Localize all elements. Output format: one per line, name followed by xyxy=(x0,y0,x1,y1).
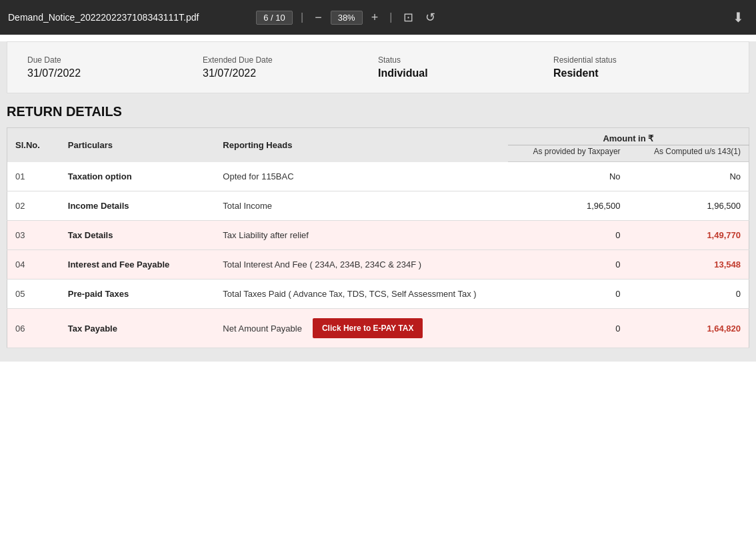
residential-status-field: Residential status Resident xyxy=(553,55,729,79)
download-button[interactable]: ⬇ xyxy=(729,8,748,27)
cell-reporting-heads: Tax Liability after relief xyxy=(215,221,507,250)
toolbar-controls: 6 / 10 | − 38% + | ⊡ ↺ xyxy=(256,10,439,25)
cell-particulars: Tax Details xyxy=(60,221,215,250)
content-area: Due Date 31/07/2022 Extended Due Date 31… xyxy=(0,41,756,362)
rotate-button[interactable]: ↺ xyxy=(422,10,439,25)
cell-reporting-heads: Total Taxes Paid ( Advance Tax, TDS, TCS… xyxy=(215,280,507,309)
cell-slno: 05 xyxy=(7,280,60,309)
page-display: 6 / 10 xyxy=(256,11,293,25)
table-row: 06Tax PayableNet Amount PayableClick Her… xyxy=(7,309,749,348)
th-slno: Sl.No. xyxy=(7,128,60,162)
cell-slno: 06 xyxy=(7,309,60,348)
table-row: 05Pre-paid TaxesTotal Taxes Paid ( Advan… xyxy=(7,280,749,309)
zoom-out-button[interactable]: − xyxy=(311,10,325,25)
due-date-label: Due Date xyxy=(27,55,203,65)
cell-particulars: Taxation option xyxy=(60,162,215,191)
cell-computed: 1,96,500 xyxy=(629,191,749,221)
table-row: 01Taxation optionOpted for 115BACNoNo xyxy=(7,162,749,191)
cell-reporting-heads: Total Interest And Fee ( 234A, 234B, 234… xyxy=(215,250,507,280)
cell-particulars: Interest and Fee Payable xyxy=(60,250,215,280)
residential-status-value: Resident xyxy=(553,67,729,79)
cell-slno: 01 xyxy=(7,162,60,191)
cell-reporting-heads: Net Amount PayableClick Here to E-PAY TA… xyxy=(215,309,507,348)
status-field: Status Individual xyxy=(378,55,553,79)
reporting-heads-text: Net Amount Payable xyxy=(223,324,302,334)
fit-page-button[interactable]: ⊡ xyxy=(400,10,417,25)
cell-particulars: Tax Payable xyxy=(60,309,215,348)
extended-due-date-label: Extended Due Date xyxy=(203,55,378,65)
table-body: 01Taxation optionOpted for 115BACNoNo02I… xyxy=(7,162,749,348)
cell-taxpayer: 0 xyxy=(508,250,629,280)
cell-taxpayer: 0 xyxy=(508,280,629,309)
th-computed: As Computed u/s 143(1) xyxy=(629,145,749,162)
table-row: 04Interest and Fee PayableTotal Interest… xyxy=(7,250,749,280)
zoom-level: 38% xyxy=(331,11,363,25)
cell-taxpayer: 0 xyxy=(508,309,629,348)
cell-taxpayer: 1,96,500 xyxy=(508,191,629,221)
return-details-title: RETURN DETAILS xyxy=(7,104,749,119)
th-amount-group: Amount in ₹ xyxy=(508,128,749,145)
status-label: Status xyxy=(378,55,553,65)
toolbar-right: ⬇ xyxy=(729,8,748,27)
toolbar: Demand_Notice_2022202237108343111T.pdf 6… xyxy=(0,0,756,35)
epay-tax-button[interactable]: Click Here to E-PAY TAX xyxy=(313,318,423,338)
table-row: 03Tax DetailsTax Liability after relief0… xyxy=(7,221,749,250)
cell-reporting-heads: Total Income xyxy=(215,191,507,221)
th-particulars: Particulars xyxy=(60,128,215,162)
status-value: Individual xyxy=(378,67,553,79)
extended-due-date-field: Extended Due Date 31/07/2022 xyxy=(203,55,378,79)
cell-computed: 0 xyxy=(629,280,749,309)
separator-2: | xyxy=(389,11,392,23)
cell-slno: 04 xyxy=(7,250,60,280)
cell-computed: 1,49,770 xyxy=(629,221,749,250)
cell-computed: 1,64,820 xyxy=(629,309,749,348)
cell-particulars: Pre-paid Taxes xyxy=(60,280,215,309)
due-date-field: Due Date 31/07/2022 xyxy=(27,55,203,79)
cell-reporting-heads: Opted for 115BAC xyxy=(215,162,507,191)
return-details-section: RETURN DETAILS Sl.No. Particulars Report… xyxy=(7,104,749,348)
table-header-row-top: Sl.No. Particulars Reporting Heads Amoun… xyxy=(7,128,749,145)
zoom-in-button[interactable]: + xyxy=(368,10,382,25)
cell-particulars: Income Details xyxy=(60,191,215,221)
cell-computed: 13,548 xyxy=(629,250,749,280)
residential-status-label: Residential status xyxy=(553,55,729,65)
extended-due-date-value: 31/07/2022 xyxy=(203,67,378,79)
due-date-value: 31/07/2022 xyxy=(27,67,203,79)
th-taxpayer: As provided by Taxpayer xyxy=(508,145,629,162)
separator-1: | xyxy=(301,11,303,23)
table-row: 02Income DetailsTotal Income1,96,5001,96… xyxy=(7,191,749,221)
cell-slno: 02 xyxy=(7,191,60,221)
cell-taxpayer: No xyxy=(508,162,629,191)
cell-taxpayer: 0 xyxy=(508,221,629,250)
pdf-filename: Demand_Notice_2022202237108343111T.pdf xyxy=(8,12,235,23)
th-reporting-heads: Reporting Heads xyxy=(215,128,507,162)
cell-computed: No xyxy=(629,162,749,191)
return-details-table: Sl.No. Particulars Reporting Heads Amoun… xyxy=(7,127,749,348)
cell-slno: 03 xyxy=(7,221,60,250)
info-card: Due Date 31/07/2022 Extended Due Date 31… xyxy=(7,41,749,93)
